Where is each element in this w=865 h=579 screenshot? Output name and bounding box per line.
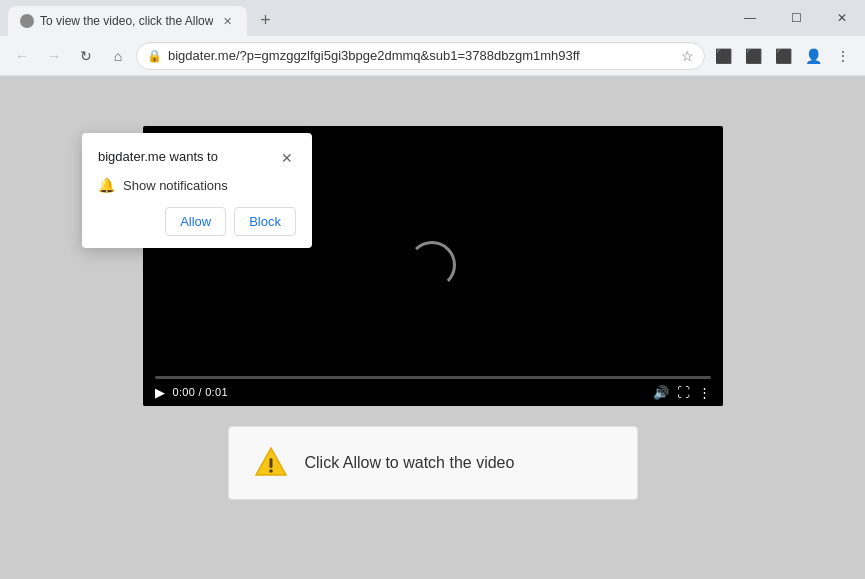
svg-point-2	[269, 469, 273, 473]
more-options-button[interactable]: ⋮	[698, 385, 711, 400]
svg-rect-1	[269, 458, 272, 468]
page-content: ▶ 0:00 / 0:01 🔊 ⛶ ⋮ Click Allow to watch…	[0, 76, 865, 579]
time-display: 0:00 / 0:01	[173, 386, 228, 398]
back-button[interactable]: ←	[8, 42, 36, 70]
close-button[interactable]: ✕	[819, 0, 865, 36]
maximize-button[interactable]: ☐	[773, 0, 819, 36]
profile-button[interactable]: 👤	[799, 42, 827, 70]
extension1-button[interactable]: ⬛	[709, 42, 737, 70]
bell-icon: 🔔	[98, 177, 115, 193]
extension2-button[interactable]: ⬛	[739, 42, 767, 70]
home-button[interactable]: ⌂	[104, 42, 132, 70]
reload-button[interactable]: ↻	[72, 42, 100, 70]
fullscreen-button[interactable]: ⛶	[677, 385, 690, 400]
warning-text: Click Allow to watch the video	[305, 454, 515, 472]
popup-site-name: bigdater.me wants to	[98, 149, 218, 164]
tab-title: To view the video, click the Allow	[40, 14, 213, 28]
forward-button[interactable]: →	[40, 42, 68, 70]
video-controls: ▶ 0:00 / 0:01 🔊 ⛶ ⋮	[143, 368, 723, 406]
title-bar: To view the video, click the Allow ✕ + —…	[0, 0, 865, 36]
toolbar-right: ⬛ ⬛ ⬛ 👤 ⋮	[709, 42, 857, 70]
tab-strip: To view the video, click the Allow ✕ +	[0, 0, 279, 36]
allow-button[interactable]: Allow	[165, 207, 226, 236]
bookmark-icon[interactable]: ☆	[681, 48, 694, 64]
popup-header: bigdater.me wants to ✕	[98, 149, 296, 167]
address-bar[interactable]: 🔒 bigdater.me/?p=gmzggzlfgi5gi3bpge2dmmq…	[136, 42, 705, 70]
secure-icon: 🔒	[147, 49, 162, 63]
warning-box: Click Allow to watch the video	[228, 426, 638, 500]
play-button[interactable]: ▶	[155, 385, 165, 400]
new-tab-button[interactable]: +	[251, 6, 279, 34]
browser-toolbar: ← → ↻ ⌂ 🔒 bigdater.me/?p=gmzggzlfgi5gi3b…	[0, 36, 865, 76]
popup-close-button[interactable]: ✕	[278, 149, 296, 167]
spinner-arc	[408, 241, 456, 289]
controls-row: ▶ 0:00 / 0:01 🔊 ⛶ ⋮	[155, 385, 711, 400]
notification-popup: bigdater.me wants to ✕ 🔔 Show notificati…	[82, 133, 312, 248]
progress-bar[interactable]	[155, 376, 711, 379]
tab-close-button[interactable]: ✕	[219, 13, 235, 29]
tab-favicon	[20, 14, 34, 28]
window-controls: — ☐ ✕	[727, 0, 865, 36]
menu-button[interactable]: ⋮	[829, 42, 857, 70]
popup-permission-row: 🔔 Show notifications	[98, 177, 296, 193]
address-text: bigdater.me/?p=gmzggzlfgi5gi3bpge2dmmq&s…	[168, 48, 675, 63]
browser-window: To view the video, click the Allow ✕ + —…	[0, 0, 865, 579]
popup-buttons: Allow Block	[98, 207, 296, 236]
volume-button[interactable]: 🔊	[653, 385, 669, 400]
extension3-button[interactable]: ⬛	[769, 42, 797, 70]
minimize-button[interactable]: —	[727, 0, 773, 36]
popup-permission-label: Show notifications	[123, 178, 228, 193]
block-button[interactable]: Block	[234, 207, 296, 236]
warning-icon	[253, 445, 289, 481]
loading-spinner	[408, 241, 458, 291]
active-tab[interactable]: To view the video, click the Allow ✕	[8, 6, 247, 36]
